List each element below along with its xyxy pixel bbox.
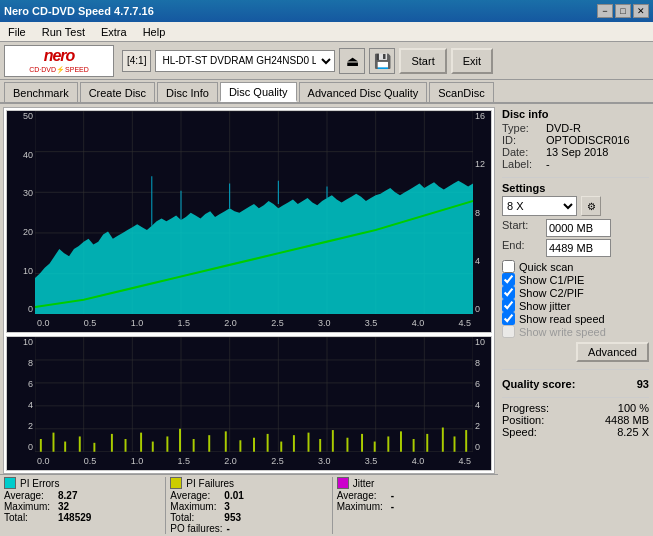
main-content: 50 40 30 20 10 0 16 12 8 4 0	[0, 104, 653, 536]
svg-rect-64	[400, 432, 402, 452]
charts-container: 50 40 30 20 10 0 16 12 8 4 0	[3, 107, 495, 474]
svg-rect-67	[442, 428, 444, 452]
top-chart-y-left: 50 40 30 20 10 0	[7, 111, 35, 314]
position-value: 4488 MB	[605, 414, 649, 426]
divider-1	[165, 477, 166, 534]
cd-dvd-brand: CD·DVD⚡SPEED	[29, 66, 89, 73]
id-label: ID:	[502, 134, 542, 146]
maximize-button[interactable]: □	[615, 4, 631, 18]
exit-button[interactable]: Exit	[451, 48, 493, 74]
tab-disc-info[interactable]: Disc Info	[157, 82, 218, 102]
pi-failures-avg-label: Average:	[170, 490, 220, 501]
po-failures-value: -	[227, 523, 230, 534]
start-button[interactable]: Start	[399, 48, 446, 74]
progress-label: Progress:	[502, 402, 549, 414]
position-label: Position:	[502, 414, 544, 426]
divider-2	[332, 477, 333, 534]
pi-failures-avg-value: 0.01	[224, 490, 243, 501]
quick-scan-label: Quick scan	[519, 261, 573, 273]
show-read-speed-label: Show read speed	[519, 313, 605, 325]
svg-rect-38	[40, 439, 42, 452]
tabs: Benchmark Create Disc Disc Info Disc Qua…	[0, 80, 653, 104]
svg-rect-56	[293, 435, 295, 452]
settings-title: Settings	[502, 182, 649, 194]
top-chart-y-right: 16 12 8 4 0	[473, 111, 491, 314]
pi-errors-color	[4, 477, 16, 489]
pi-errors-max-value: 32	[58, 501, 69, 512]
pi-errors-max-label: Maximum:	[4, 501, 54, 512]
svg-rect-43	[111, 434, 113, 452]
svg-rect-53	[253, 438, 255, 452]
svg-rect-58	[319, 439, 321, 452]
svg-rect-49	[193, 439, 195, 452]
drive-select[interactable]: HL-DT-ST DVDRAM GH24NSD0 LH00	[155, 50, 335, 72]
pi-errors-legend: PI Errors Average: 8.27 Maximum: 32 Tota…	[4, 477, 161, 534]
advanced-button[interactable]: Advanced	[576, 342, 649, 362]
settings-section: Settings 8 X ⚙ Start: End: Quick scan	[502, 177, 649, 362]
tab-create-disc[interactable]: Create Disc	[80, 82, 155, 102]
eject-icon[interactable]: ⏏	[339, 48, 365, 74]
start-mb-label: Start:	[502, 219, 542, 237]
svg-rect-52	[239, 441, 241, 452]
show-read-speed-checkbox[interactable]	[502, 312, 515, 325]
svg-rect-50	[208, 435, 210, 452]
quality-section: Quality score: 93	[502, 369, 649, 390]
pi-failures-legend: PI Failures Average: 0.01 Maximum: 3 Tot…	[170, 477, 327, 534]
menu-file[interactable]: File	[4, 24, 30, 40]
svg-rect-47	[166, 437, 168, 452]
progress-section: Progress: 100 % Position: 4488 MB Speed:…	[502, 397, 649, 438]
tab-disc-quality[interactable]: Disc Quality	[220, 82, 297, 102]
show-c1pie-checkbox[interactable]	[502, 273, 515, 286]
save-icon[interactable]: 💾	[369, 48, 395, 74]
svg-rect-59	[332, 430, 334, 452]
pi-failures-color	[170, 477, 182, 489]
jitter-max-value: -	[391, 501, 394, 512]
show-write-speed-label: Show write speed	[519, 326, 606, 338]
end-mb-input[interactable]	[546, 239, 611, 257]
tab-benchmark[interactable]: Benchmark	[4, 82, 78, 102]
quick-scan-checkbox[interactable]	[502, 260, 515, 273]
svg-rect-68	[454, 437, 456, 452]
jitter-color	[337, 477, 349, 489]
po-failures-label: PO failures:	[170, 523, 222, 534]
svg-rect-54	[267, 434, 269, 452]
svg-rect-45	[140, 433, 142, 452]
svg-rect-63	[387, 437, 389, 452]
disc-label-value: -	[546, 158, 550, 170]
pi-failures-label: PI Failures	[186, 478, 234, 489]
date-label: Date:	[502, 146, 542, 158]
svg-rect-65	[413, 439, 415, 452]
menu-help[interactable]: Help	[139, 24, 170, 40]
pi-failures-max-value: 3	[224, 501, 230, 512]
svg-rect-46	[152, 442, 154, 452]
nero-brand: nero	[29, 48, 89, 64]
pi-errors-label: PI Errors	[20, 478, 59, 489]
svg-rect-57	[308, 433, 310, 452]
jitter-max-label: Maximum:	[337, 501, 387, 512]
speed-value: 8.25 X	[617, 426, 649, 438]
date-value: 13 Sep 2018	[546, 146, 608, 158]
svg-rect-69	[465, 430, 467, 452]
start-mb-input[interactable]	[546, 219, 611, 237]
tab-scan-disc[interactable]: ScanDisc	[429, 82, 493, 102]
window-controls: − □ ✕	[597, 4, 649, 18]
speed-label: Speed:	[502, 426, 537, 438]
show-c2pif-label: Show C2/PIF	[519, 287, 584, 299]
close-button[interactable]: ✕	[633, 4, 649, 18]
bottom-chart-y-right: 10 8 6 4 2 0	[473, 337, 491, 452]
settings-icon-btn[interactable]: ⚙	[581, 196, 601, 216]
show-c2pif-checkbox[interactable]	[502, 286, 515, 299]
show-write-speed-checkbox[interactable]	[502, 325, 515, 338]
id-value: OPTODISCR016	[546, 134, 630, 146]
top-chart-x-axis: 0.0 0.5 1.0 1.5 2.0 2.5 3.0 3.5 4.0 4.5	[35, 314, 473, 332]
tab-advanced-disc-quality[interactable]: Advanced Disc Quality	[299, 82, 428, 102]
svg-rect-44	[125, 439, 127, 452]
menu-run-test[interactable]: Run Test	[38, 24, 89, 40]
menu-extra[interactable]: Extra	[97, 24, 131, 40]
bottom-chart-y-left: 10 8 6 4 2 0	[7, 337, 35, 452]
show-jitter-checkbox[interactable]	[502, 299, 515, 312]
speed-select[interactable]: 8 X	[502, 196, 577, 216]
svg-rect-48	[179, 429, 181, 452]
pi-failures-total-value: 953	[224, 512, 241, 523]
minimize-button[interactable]: −	[597, 4, 613, 18]
